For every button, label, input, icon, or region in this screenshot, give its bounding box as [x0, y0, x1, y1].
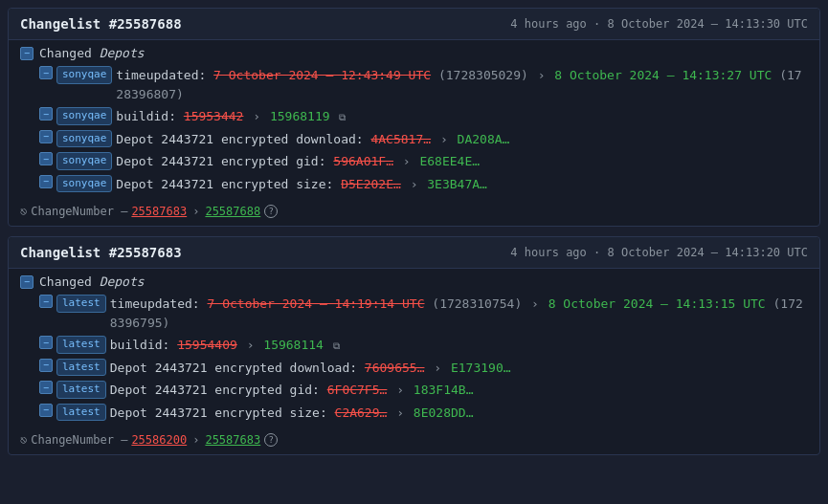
old-changenumber[interactable]: 25586200	[131, 433, 187, 447]
arrow: ›	[434, 361, 441, 375]
new-value[interactable]: 8E028DD…	[414, 405, 474, 420]
old-value: 15954409	[177, 338, 237, 352]
footer-arrow: ›	[192, 433, 199, 447]
changelist-header: Changelist #255876884 hours ago · 8 Octo…	[9, 9, 819, 40]
footer-label: ChangeNumber –	[31, 433, 127, 447]
old-value: 4AC5817…	[370, 132, 431, 146]
changelist-time: 4 hours ago · 8 October 2024 – 14:13:30 …	[510, 17, 808, 31]
row-text: Depot 2443721 encrypted download: 760965…	[110, 359, 808, 378]
row-tag: sonyqae	[56, 152, 112, 170]
row-tag: latest	[56, 359, 106, 377]
arrow: ›	[253, 109, 260, 123]
row-expand-icon[interactable]: −	[39, 66, 53, 79]
footer-label: ChangeNumber –	[31, 205, 127, 218]
old-changenumber[interactable]: 25587683	[131, 205, 187, 218]
row-text: Depot 2443721 encrypted gid: 596A01F… › …	[116, 152, 808, 171]
row-expand-icon[interactable]: −	[39, 381, 53, 394]
copy-icon[interactable]: ⧉	[333, 340, 340, 351]
row-tag: sonyqae	[56, 175, 112, 193]
expand-icon[interactable]: −	[20, 275, 34, 289]
row-tag: latest	[56, 404, 106, 422]
row-tag: sonyqae	[56, 66, 112, 84]
row-expand-icon[interactable]: −	[39, 295, 53, 308]
changenumber-icon: ⎋	[20, 205, 27, 218]
row-text: Depot 2443721 encrypted size: D5E202E… ›…	[116, 175, 808, 194]
depot-row: −sonyqae Depot 2443721 encrypted gid: 59…	[20, 150, 808, 173]
depot-row: −sonyqae Depot 2443721 encrypted size: D…	[20, 173, 808, 196]
depot-row: −sonyqae buildid: 15953442 › 15968119 ⧉	[20, 105, 808, 128]
row-text: Depot 2443721 encrypted gid: 6F0C7F5… › …	[110, 381, 808, 400]
new-value[interactable]: E68EE4E…	[419, 154, 480, 168]
info-icon[interactable]: ?	[264, 205, 278, 218]
depot-row: −sonyqae timeupdated: 7 October 2024 – 1…	[20, 64, 808, 105]
changelist-title: Changelist #25587688	[20, 16, 182, 32]
row-tag: sonyqae	[56, 107, 112, 125]
copy-icon[interactable]: ⧉	[339, 112, 346, 122]
old-value: 6F0C7F5…	[327, 383, 388, 397]
section-header: −Changed Depots	[20, 46, 808, 60]
new-value[interactable]: 15968119	[270, 109, 330, 123]
changelist-block: Changelist #255876884 hours ago · 8 Octo…	[8, 8, 820, 227]
changelist-title: Changelist #25587683	[20, 245, 182, 260]
row-text: Depot 2443721 encrypted size: C2A629… › …	[110, 404, 808, 423]
new-value[interactable]: 3E3B47A…	[427, 177, 487, 191]
row-tag: latest	[56, 295, 106, 313]
old-value: D5E202E…	[341, 177, 401, 191]
row-expand-icon[interactable]: −	[39, 175, 53, 188]
old-value: 7609655…	[365, 361, 425, 375]
depot-row: −latest Depot 2443721 encrypted download…	[20, 357, 808, 380]
depot-row: −latest buildid: 15954409 › 15968114 ⧉	[20, 334, 808, 357]
row-expand-icon[interactable]: −	[39, 152, 53, 165]
row-expand-icon[interactable]: −	[39, 130, 53, 143]
changenumber-icon: ⎋	[20, 433, 27, 447]
changed-section: −Changed Depots−sonyqae timeupdated: 7 O…	[9, 40, 819, 199]
old-value: 596A01F…	[333, 154, 393, 168]
row-text: buildid: 15954409 › 15968114 ⧉	[110, 336, 808, 355]
depot-row: −latest timeupdated: 7 October 2024 – 14…	[20, 293, 808, 334]
arrow: ›	[403, 154, 411, 168]
row-tag: sonyqae	[56, 130, 112, 148]
section-header: −Changed Depots	[20, 274, 808, 289]
row-expand-icon[interactable]: −	[39, 359, 53, 372]
row-text: buildid: 15953442 › 15968119 ⧉	[116, 107, 808, 126]
arrow: ›	[531, 296, 539, 311]
changelist-footer: ⎋ChangeNumber –25586200›25587683?	[9, 427, 819, 454]
new-value[interactable]: E173190…	[451, 361, 511, 375]
new-value[interactable]: 183F14B…	[414, 383, 474, 397]
changelist-time: 4 hours ago · 8 October 2024 – 14:13:20 …	[510, 246, 808, 259]
footer-arrow: ›	[192, 205, 199, 218]
depot-row: −latest Depot 2443721 encrypted gid: 6F0…	[20, 379, 808, 402]
row-text: timeupdated: 7 October 2024 – 14:19:14 U…	[110, 295, 808, 332]
depot-row: −latest Depot 2443721 encrypted size: C2…	[20, 402, 808, 425]
section-label: Changed Depots	[39, 46, 145, 60]
arrow: ›	[411, 177, 418, 191]
arrow: ›	[396, 405, 404, 420]
old-value: 15953442	[184, 109, 244, 123]
new-value[interactable]: 15968114	[263, 338, 324, 352]
changelist-header: Changelist #255876834 hours ago · 8 Octo…	[9, 237, 819, 269]
row-expand-icon[interactable]: −	[39, 336, 53, 349]
row-tag: latest	[56, 336, 106, 354]
old-id: (1728305029)	[438, 68, 528, 82]
new-value[interactable]: DA208A…	[458, 132, 510, 146]
arrow: ›	[396, 383, 404, 397]
old-value: C2A629…	[335, 405, 388, 420]
section-label: Changed Depots	[39, 274, 145, 289]
row-text: Depot 2443721 encrypted download: 4AC581…	[116, 130, 808, 149]
new-value[interactable]: 8 October 2024 – 14:13:15 UTC	[548, 296, 766, 311]
info-icon[interactable]: ?	[264, 433, 278, 447]
new-changenumber[interactable]: 25587683	[205, 433, 260, 447]
old-id: (1728310754)	[432, 296, 522, 311]
row-expand-icon[interactable]: −	[39, 404, 53, 417]
new-changenumber[interactable]: 25587688	[205, 205, 260, 218]
old-value: 7 October 2024 – 14:19:14 UTC	[208, 296, 425, 311]
row-expand-icon[interactable]: −	[39, 107, 53, 121]
changelist-footer: ⎋ChangeNumber –25587683›25587688?	[9, 199, 819, 226]
row-text: timeupdated: 7 October 2024 – 12:43:49 U…	[116, 66, 808, 103]
changelist-block: Changelist #255876834 hours ago · 8 Octo…	[8, 236, 820, 455]
new-value[interactable]: 8 October 2024 – 14:13:27 UTC	[554, 68, 772, 82]
expand-icon[interactable]: −	[20, 47, 34, 60]
depot-row: −sonyqae Depot 2443721 encrypted downloa…	[20, 128, 808, 151]
arrow: ›	[538, 68, 546, 82]
row-tag: latest	[56, 381, 106, 399]
